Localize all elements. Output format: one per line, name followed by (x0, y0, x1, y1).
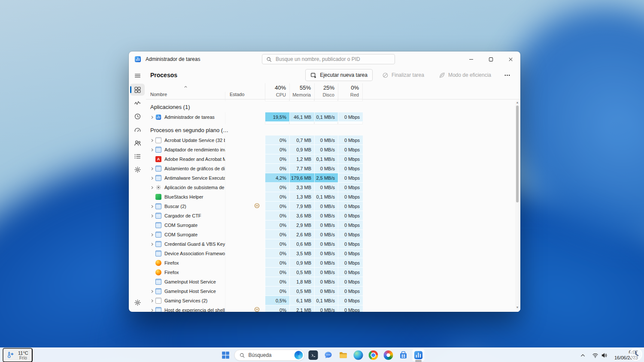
process-row[interactable]: Host de experiencia del shell d…0%2,1 MB… (146, 305, 520, 312)
process-row[interactable]: Antimalware Service Executable4,2%179,6 … (146, 173, 520, 183)
taskbar-search[interactable]: Búsqueda (234, 350, 305, 361)
close-button[interactable] (501, 51, 520, 67)
titlebar[interactable]: Administrador de tareas (129, 51, 520, 67)
titlebar-search[interactable] (262, 54, 395, 64)
taskbar-chat[interactable] (322, 349, 335, 362)
expand-chevron-icon[interactable] (149, 214, 155, 218)
nav-processes[interactable] (130, 84, 145, 96)
process-row[interactable]: BlueStacks Helper0%1,3 MB0,1 MB/s0 Mbps (146, 192, 520, 202)
users-icon (134, 139, 141, 147)
process-row[interactable]: Cargador de CTF0%3,6 MB0 MB/s0 Mbps (146, 211, 520, 220)
column-header-network[interactable]: 0% Red (338, 83, 363, 99)
expand-chevron-icon[interactable] (149, 115, 155, 120)
process-row[interactable]: Firefox0%0,5 MB0 MB/s0 Mbps (146, 268, 520, 277)
expand-chevron-icon[interactable] (149, 242, 155, 247)
weather-widget[interactable]: 11°C Frío (3, 348, 33, 362)
process-row[interactable]: Acrobat Update Service (32 bits)0%0,7 MB… (146, 136, 520, 145)
chevron-up-icon (580, 352, 586, 359)
cpu-cell: 0% (265, 268, 289, 277)
process-row[interactable]: COM Surrogate0%2,6 MB0 MB/s0 Mbps (146, 230, 520, 239)
process-row[interactable]: Credential Guard & VBS Key Is…0%0,6 MB0 … (146, 239, 520, 249)
network-cell: 0 Mbps (338, 220, 363, 230)
end-task-icon (382, 72, 389, 78)
minimize-button[interactable] (461, 51, 481, 67)
process-row[interactable]: Firefox0%0,9 MB0 MB/s0 Mbps (146, 258, 520, 268)
process-row[interactable]: Administrador de tareas19,5%46,1 MB0,1 M… (146, 112, 520, 122)
cpu-cell: 0% (265, 202, 289, 211)
nav-app-history[interactable] (130, 110, 145, 122)
expand-chevron-icon[interactable] (149, 176, 155, 181)
nav-performance[interactable] (130, 97, 145, 109)
expand-chevron-icon[interactable] (149, 299, 155, 303)
menu-toggle-button[interactable] (130, 69, 145, 81)
expand-chevron-icon[interactable] (149, 185, 155, 190)
nav-startup-apps[interactable] (130, 124, 145, 136)
scrollbar-thumb[interactable] (516, 106, 519, 202)
process-row[interactable]: Aplicación de subsistema de c…0%3,3 MB0 … (146, 183, 520, 192)
process-row[interactable]: GameInput Host Service0%0,5 MB0 MB/s0 Mb… (146, 287, 520, 296)
process-status-cell (225, 183, 265, 192)
taskbar-photos[interactable] (382, 349, 395, 362)
group-header[interactable]: Procesos en segundo plano (… (146, 124, 520, 136)
process-row[interactable]: GameInput Host Service0%1,8 MB0 MB/s0 Mb… (146, 277, 520, 287)
expand-chevron-icon[interactable] (149, 138, 155, 143)
generic-window-icon (155, 222, 161, 228)
taskbar-edge[interactable] (352, 349, 365, 362)
expand-chevron-icon[interactable] (149, 204, 155, 209)
efficiency-mode-button[interactable]: Modo de eficiencia (434, 69, 496, 81)
taskbar-chrome[interactable] (367, 349, 380, 362)
process-name: Antimalware Service Executable (164, 175, 225, 181)
column-header-cpu[interactable]: 40% CPU (265, 83, 289, 99)
cpu-cell: 0% (265, 277, 289, 287)
expand-chevron-icon[interactable] (149, 232, 155, 237)
column-header-disk[interactable]: 25% Disco (314, 83, 338, 99)
process-row[interactable]: Buscar (2)0%7,9 MB0 MB/s0 Mbps (146, 202, 520, 211)
tray-overflow-button[interactable] (577, 349, 589, 361)
process-row[interactable]: Gaming Services (2)0,5%6,1 MB0,1 MB/s0 M… (146, 296, 520, 305)
scrollbar[interactable]: ▲ ▼ (515, 100, 519, 310)
cpu-cell: 0% (265, 211, 289, 220)
network-volume-button[interactable] (589, 349, 610, 361)
process-name-cell: COM Surrogate (146, 220, 225, 230)
process-row[interactable]: Adaptador de rendimiento inv…0%0,9 MB0 M… (146, 145, 520, 154)
nav-users[interactable] (130, 137, 145, 149)
expand-chevron-icon[interactable] (149, 166, 155, 171)
maximize-button[interactable] (481, 51, 501, 67)
window-controls (461, 51, 520, 67)
taskbar-terminal[interactable] (307, 349, 320, 362)
efficiency-mode-label: Modo de eficiencia (448, 72, 491, 78)
column-header-status[interactable]: Estado (225, 92, 265, 99)
nav-details[interactable] (130, 150, 145, 162)
process-row[interactable]: COM Surrogate0%2,9 MB0 MB/s0 Mbps (146, 220, 520, 230)
start-button[interactable] (219, 349, 232, 362)
nav-settings[interactable] (130, 296, 145, 308)
scroll-down-icon[interactable]: ▼ (515, 306, 519, 309)
column-header-name[interactable]: Nombre (146, 92, 225, 99)
taskbar-store[interactable] (397, 349, 410, 362)
taskbar-file-explorer[interactable] (337, 349, 350, 362)
taskbar-taskmanager[interactable] (412, 349, 425, 362)
process-row[interactable]: AAdobe Reader and Acrobat M…0%1,2 MB0,1 … (146, 154, 520, 164)
process-name-cell: Credential Guard & VBS Key Is… (146, 239, 225, 249)
end-task-button[interactable]: Finalizar tarea (377, 69, 429, 81)
bing-icon[interactable] (295, 351, 303, 359)
memory-cell: 1,8 MB (289, 277, 314, 287)
search-input[interactable] (275, 56, 391, 63)
nav-services[interactable] (130, 163, 145, 175)
expand-chevron-icon[interactable] (149, 148, 155, 152)
scroll-up-icon[interactable]: ▲ (515, 101, 519, 104)
run-new-task-button[interactable]: Ejecutar nueva tarea (305, 69, 373, 81)
group-header[interactable]: Aplicaciones (1) (146, 101, 520, 112)
expand-chevron-icon[interactable] (149, 289, 155, 294)
column-header-memory[interactable]: 55% Memoria (289, 83, 314, 99)
cpu-cell: 0% (265, 239, 289, 249)
sidebar (129, 67, 146, 312)
network-cell: 0 Mbps (338, 296, 363, 305)
process-name-cell: COM Surrogate (146, 230, 225, 239)
hamburger-icon (134, 72, 141, 79)
task-manager-window: Administrador de tareas Procesos (129, 51, 520, 312)
more-options-button[interactable] (501, 69, 513, 81)
expand-chevron-icon[interactable] (149, 308, 155, 312)
process-row[interactable]: Device Association Framewor…0%3,5 MB0 MB… (146, 249, 520, 258)
process-row[interactable]: Aislamiento de gráficos de dis…0%7,7 MB0… (146, 164, 520, 173)
